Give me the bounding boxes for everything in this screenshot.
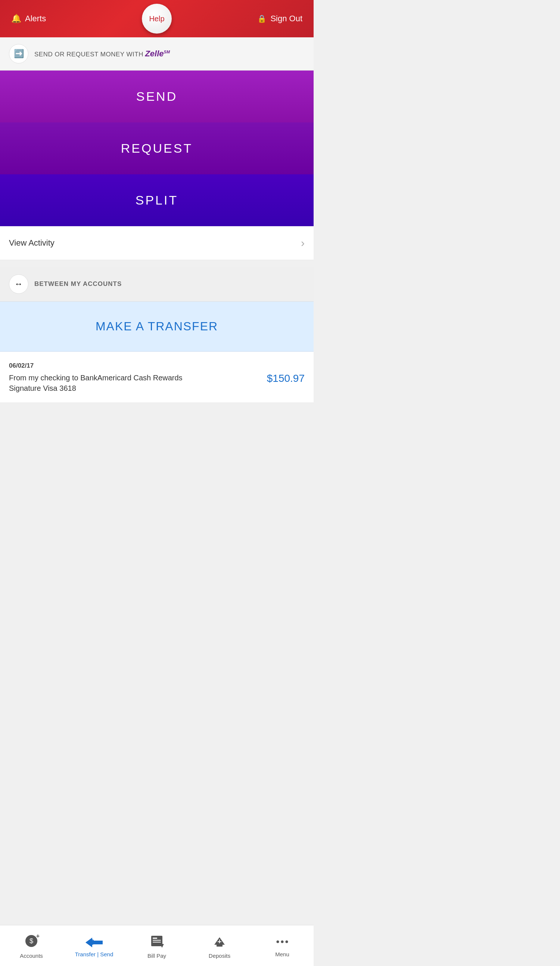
help-button[interactable]: Help (142, 4, 172, 34)
deposits-nav-label: Deposits (209, 953, 230, 959)
nav-transfer-send[interactable]: $ Transfer | Send (63, 936, 125, 958)
deposits-icon (213, 934, 226, 950)
menu-nav-label: Menu (275, 951, 289, 958)
zelle-send-request-text: SEND OR REQUEST MONEY WITH (34, 51, 143, 58)
svg-point-14 (286, 940, 288, 943)
svg-point-12 (277, 940, 279, 943)
help-button-container: Help (142, 4, 172, 34)
svg-text:$: $ (30, 937, 33, 945)
zelle-brand: ZelleSM (145, 49, 170, 58)
menu-icon (276, 936, 289, 949)
view-activity-row[interactable]: View Activity (0, 226, 314, 260)
transfer-send-icon: $ (85, 936, 103, 949)
lock-icon (257, 14, 266, 23)
sign-out-nav[interactable]: Sign Out (257, 14, 302, 23)
transfer-item-left: 06/02/17 From my checking to BankAmerica… (9, 362, 188, 393)
svg-rect-7 (153, 942, 161, 943)
transfer-arrows-icon: ↔️ (9, 274, 28, 294)
svg-text:$: $ (90, 938, 94, 946)
nav-accounts[interactable]: $ + Accounts (0, 934, 63, 959)
zelle-banner[interactable]: ➡️ SEND OR REQUEST MONEY WITH ZelleSM (0, 37, 314, 71)
send-button[interactable]: SEND (0, 71, 314, 122)
between-accounts-banner: ↔️ BETWEEN MY ACCOUNTS (0, 267, 314, 302)
nav-menu[interactable]: Menu (251, 936, 314, 958)
nav-bill-pay[interactable]: Bill Pay (125, 934, 188, 959)
transfer-send-nav-label: Transfer | Send (75, 951, 113, 958)
svg-point-13 (281, 940, 284, 943)
accounts-icon: $ + (25, 934, 38, 950)
transfer-history-item[interactable]: 06/02/17 From my checking to BankAmerica… (0, 352, 314, 403)
accounts-nav-label: Accounts (20, 953, 43, 959)
svg-rect-6 (153, 940, 161, 941)
transfer-amount: $150.97 (267, 373, 305, 384)
between-accounts-label: BETWEEN MY ACCOUNTS (34, 280, 122, 288)
nav-deposits[interactable]: Deposits (188, 934, 251, 959)
zelle-arrows-icon: ➡️ (9, 44, 28, 64)
transfer-description: From my checking to BankAmericard Cash R… (9, 373, 188, 393)
sign-out-label: Sign Out (270, 14, 302, 23)
app-header: Alerts Help Sign Out (0, 0, 314, 37)
split-button[interactable]: SPLIT (0, 174, 314, 226)
bell-icon (11, 14, 21, 23)
bottom-navigation: $ + Accounts $ Transfer | Send (0, 925, 314, 966)
svg-rect-9 (217, 945, 223, 946)
bill-pay-nav-label: Bill Pay (148, 953, 166, 959)
alerts-label: Alerts (25, 14, 46, 23)
alerts-nav[interactable]: Alerts (11, 14, 46, 23)
view-activity-label: View Activity (9, 238, 54, 248)
bill-pay-icon (150, 934, 164, 950)
transfer-date: 06/02/17 (9, 362, 188, 370)
chevron-right-icon (301, 237, 305, 249)
zelle-banner-text: SEND OR REQUEST MONEY WITH ZelleSM (34, 49, 170, 59)
request-button[interactable]: REQUEST (0, 122, 314, 174)
svg-rect-5 (153, 938, 157, 939)
make-transfer-button[interactable]: MAKE A TRANSFER (0, 302, 314, 352)
